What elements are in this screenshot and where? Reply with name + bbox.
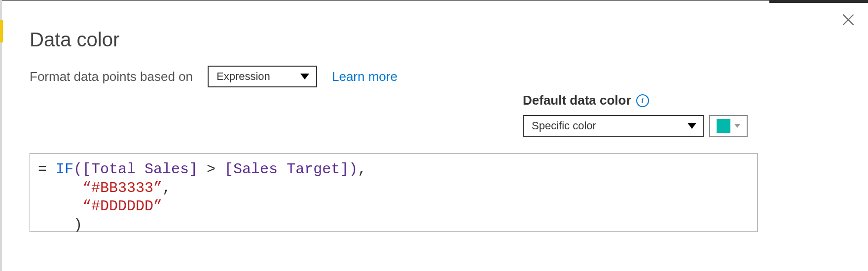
expression-operator-gt: > — [198, 161, 224, 178]
learn-more-link[interactable]: Learn more — [332, 69, 398, 84]
dialog-title: Data color — [30, 29, 858, 51]
expression-indent — [38, 180, 82, 196]
expression-editor[interactable]: = IF([Total Sales] > [Sales Target]), “#… — [30, 153, 758, 232]
default-color-section: Default data color i Specific color — [523, 93, 748, 137]
expression-close-paren: ) — [349, 161, 358, 178]
format-basis-dropdown[interactable]: Expression — [208, 66, 317, 87]
default-color-mode-dropdown[interactable]: Specific color — [523, 115, 704, 137]
default-color-controls: Specific color — [523, 115, 748, 137]
format-basis-dropdown-value: Expression — [217, 70, 270, 83]
expression-final-indent — [38, 217, 73, 232]
window-top-border — [0, 0, 868, 1]
format-basis-label: Format data points based on — [30, 69, 193, 84]
expression-indent — [38, 198, 82, 215]
default-color-mode-value: Specific color — [532, 119, 596, 132]
expression-final-close-paren: ) — [73, 217, 82, 232]
chevron-down-icon — [687, 123, 696, 129]
default-color-label: Default data color — [523, 93, 631, 108]
close-icon — [841, 13, 855, 27]
expression-comma: , — [358, 161, 366, 178]
default-color-label-row: Default data color i — [523, 93, 748, 108]
expression-string-true: “#BB3333” — [82, 180, 162, 196]
chevron-down-icon — [734, 124, 740, 128]
selected-tab-indicator — [0, 20, 3, 42]
chevron-down-icon — [300, 74, 309, 79]
close-button[interactable] — [839, 11, 857, 29]
dialog-content: Data color Format data points based on E… — [30, 29, 858, 101]
format-basis-row: Format data points based on Expression L… — [30, 66, 858, 87]
color-swatch — [717, 119, 730, 133]
expression-open-paren: ( — [73, 161, 82, 178]
default-color-picker[interactable] — [709, 115, 748, 137]
expression-string-false: “#DDDDDD” — [82, 198, 162, 215]
expression-field-sales-target: [Sales Target] — [224, 161, 349, 178]
expression-comma: , — [162, 180, 171, 196]
expression-field-total-sales: [Total Sales] — [82, 161, 198, 178]
expression-equals: = — [38, 161, 56, 178]
expression-keyword-if: IF — [56, 161, 73, 178]
window-top-dark-segment — [769, 0, 868, 3]
info-icon[interactable]: i — [636, 94, 649, 107]
